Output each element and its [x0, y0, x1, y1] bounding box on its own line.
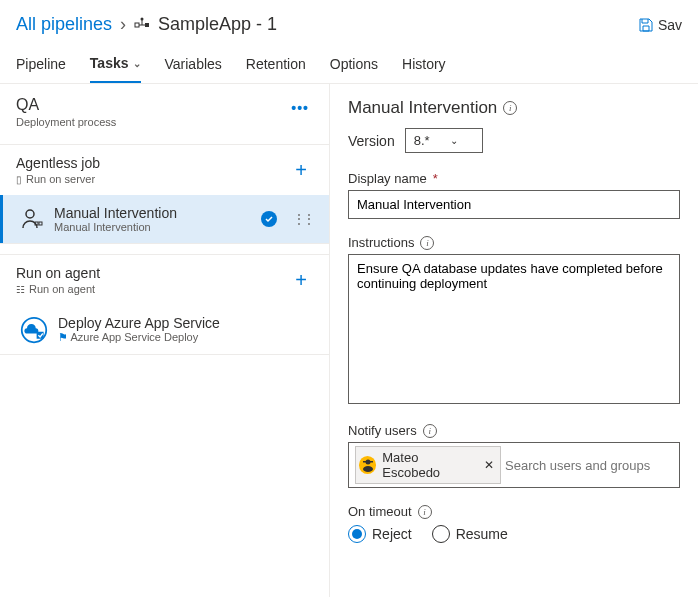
instructions-input[interactable]: [348, 254, 680, 404]
more-button[interactable]: •••: [287, 96, 313, 120]
azure-icon: [20, 316, 48, 344]
panel-title: Manual Intervention: [348, 98, 497, 118]
radio-reject[interactable]: Reject: [348, 525, 412, 543]
info-icon[interactable]: i: [418, 505, 432, 519]
task-manual-intervention[interactable]: Manual Intervention Manual Intervention …: [0, 195, 329, 243]
svg-point-4: [141, 17, 144, 20]
timeout-label: On timeout: [348, 504, 412, 519]
stage-subtitle: Deployment process: [16, 116, 116, 128]
svg-rect-7: [39, 222, 42, 225]
radio-label: Resume: [456, 526, 508, 542]
task-subtitle: Manual Intervention: [54, 221, 177, 233]
radio-resume[interactable]: Resume: [432, 525, 508, 543]
info-icon[interactable]: i: [423, 424, 437, 438]
task-deploy-azure[interactable]: Deploy Azure App Service ⚑ Azure App Ser…: [0, 305, 329, 354]
chevron-down-icon: ⌄: [450, 135, 458, 146]
version-select[interactable]: 8.* ⌄: [405, 128, 483, 153]
pipeline-icon: [134, 17, 150, 33]
radio-icon: [432, 525, 450, 543]
svg-point-5: [26, 210, 34, 218]
task-name: Manual Intervention: [54, 205, 177, 221]
radio-label: Reject: [372, 526, 412, 542]
tab-history[interactable]: History: [402, 45, 446, 83]
avatar-icon: [359, 456, 376, 474]
tab-tasks[interactable]: Tasks⌄: [90, 45, 141, 83]
breadcrumb-current: SampleApp - 1: [134, 14, 277, 35]
breadcrumb-root[interactable]: All pipelines: [16, 14, 112, 35]
svg-rect-12: [363, 461, 373, 463]
svg-point-11: [363, 466, 373, 472]
person-icon: [20, 207, 44, 231]
flag-icon: ⚑: [58, 331, 68, 343]
job-agentless[interactable]: Agentless job ▯Run on server +: [0, 145, 329, 195]
chevron-right-icon: ›: [120, 14, 126, 35]
display-name-input[interactable]: [348, 190, 680, 219]
pipeline-title: SampleApp - 1: [158, 14, 277, 35]
server-icon: ▯: [16, 174, 22, 185]
required-icon: *: [433, 171, 438, 186]
job-subtitle: Run on agent: [29, 283, 95, 295]
task-subtitle: Azure App Service Deploy: [70, 331, 198, 343]
notify-search-input[interactable]: [505, 458, 673, 473]
info-icon[interactable]: i: [503, 101, 517, 115]
stage-name[interactable]: QA: [16, 96, 116, 114]
info-icon[interactable]: i: [420, 236, 434, 250]
job-run-on-agent[interactable]: Run on agent ☷Run on agent +: [0, 255, 329, 305]
display-name-label: Display name: [348, 171, 427, 186]
notify-label: Notify users: [348, 423, 417, 438]
tab-retention[interactable]: Retention: [246, 45, 306, 83]
add-task-button[interactable]: +: [289, 159, 313, 182]
version-label: Version: [348, 133, 395, 149]
job-title: Agentless job: [16, 155, 100, 171]
remove-user-button[interactable]: ✕: [484, 458, 494, 472]
radio-icon: [348, 525, 366, 543]
svg-rect-6: [35, 222, 38, 225]
user-name: Mateo Escobedo: [382, 450, 476, 480]
add-task-button[interactable]: +: [289, 269, 313, 292]
version-value: 8.*: [414, 133, 430, 148]
svg-rect-1: [145, 23, 149, 27]
tab-options[interactable]: Options: [330, 45, 378, 83]
check-icon: [261, 211, 277, 227]
save-button[interactable]: Sav: [638, 17, 682, 33]
tab-variables[interactable]: Variables: [165, 45, 222, 83]
chevron-down-icon: ⌄: [133, 58, 141, 69]
job-subtitle: Run on server: [26, 173, 95, 185]
instructions-label: Instructions: [348, 235, 414, 250]
svg-rect-0: [135, 23, 139, 27]
task-name: Deploy Azure App Service: [58, 315, 220, 331]
drag-handle-icon[interactable]: ⋮⋮: [293, 212, 313, 226]
tab-pipeline[interactable]: Pipeline: [16, 45, 66, 83]
agent-icon: ☷: [16, 284, 25, 295]
save-icon: [638, 17, 654, 33]
save-label: Sav: [658, 17, 682, 33]
user-chip[interactable]: Mateo Escobedo ✕: [355, 446, 501, 484]
job-title: Run on agent: [16, 265, 100, 281]
